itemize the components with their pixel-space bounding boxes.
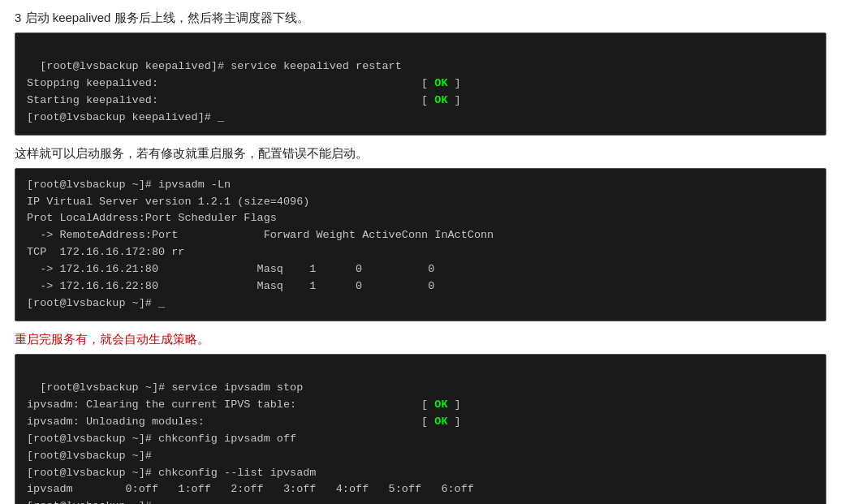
- t3-line3-label: ipvsadm: Unloading modules: [: [27, 416, 428, 428]
- terminal-block-3: [root@lvsbackup ~]# service ipvsadm stop…: [15, 354, 826, 504]
- t1-ok1: OK: [434, 77, 447, 89]
- intro-text: 3 启动 keepalived 服务后上线，然后将主调度器下线。: [15, 11, 309, 24]
- t3-line6: [root@lvsbackup ~]# chkconfig --list ipv…: [27, 467, 316, 479]
- terminal-block-1: [root@lvsbackup keepalived]# service kee…: [15, 32, 826, 136]
- t1-line2-label: Stopping keepalived: [: [27, 77, 428, 89]
- t3-line8: [root@lvsbackup ~]# _: [27, 500, 165, 504]
- red-label: 重启完服务有，就会自动生成策略。: [15, 330, 826, 349]
- t1-line3-label: Starting keepalived: [: [27, 94, 428, 106]
- middle-text: 这样就可以启动服务，若有修改就重启服务，配置错误不能启动。: [15, 144, 826, 163]
- t3-line7: ipvsadm 0:off 1:off 2:off 3:off 4:off 5:…: [27, 483, 474, 495]
- t3-ok2: OK: [434, 416, 447, 428]
- t3-line2-label: ipvsadm: Clearing the current IPVS table…: [27, 398, 428, 411]
- t1-line1: [root@lvsbackup keepalived]# service kee…: [40, 60, 402, 72]
- t1-ok2: OK: [434, 94, 447, 106]
- terminal-block-2: [root@lvsbackup ~]# ipvsadm -Ln IP Virtu…: [15, 168, 826, 321]
- t3-line4: [root@lvsbackup ~]# chkconfig ipvsadm of…: [27, 433, 296, 445]
- intro-label: 3 启动 keepalived 服务后上线，然后将主调度器下线。: [15, 8, 826, 28]
- t3-line5: [root@lvsbackup ~]#: [27, 450, 152, 462]
- t3-ok1: OK: [434, 398, 447, 411]
- t1-line4: [root@lvsbackup keepalived]# _: [27, 111, 224, 123]
- t3-line1: [root@lvsbackup ~]# service ipvsadm stop: [40, 381, 303, 394]
